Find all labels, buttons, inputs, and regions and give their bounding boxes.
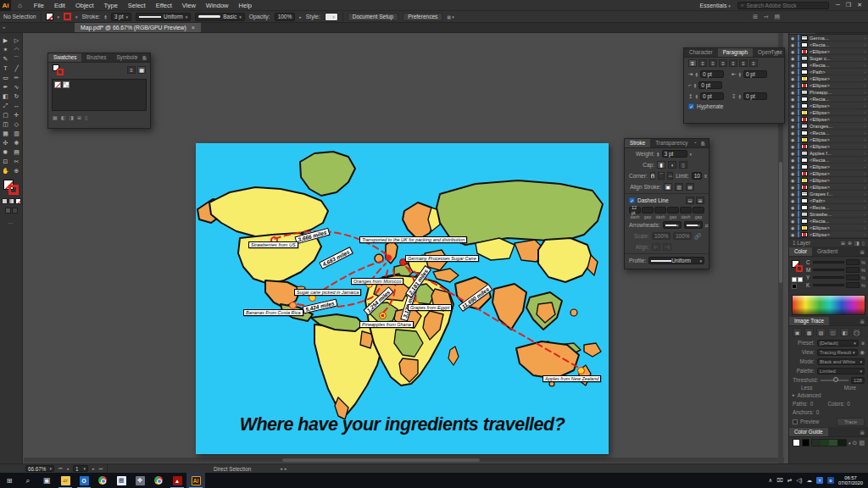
menu-item[interactable]: Window: [201, 2, 234, 9]
tool-button[interactable]: ❋: [12, 138, 22, 147]
preferences-button[interactable]: Preferences: [403, 13, 442, 21]
visibility-eye-icon[interactable]: ◉: [791, 205, 796, 210]
panel-collapse-icon[interactable]: ▪ ✕: [695, 140, 706, 145]
target-circle-icon[interactable]: ◦: [864, 205, 868, 210]
space-after-field[interactable]: 0 pt: [743, 92, 767, 100]
workspace-switcher[interactable]: Essentials ▾: [700, 3, 731, 8]
tool-button[interactable]: T: [1, 64, 11, 73]
visibility-eye-icon[interactable]: ◉: [791, 42, 796, 47]
visibility-eye-icon[interactable]: ◉: [791, 76, 796, 81]
visibility-eye-icon[interactable]: ◉: [791, 178, 796, 183]
visibility-eye-icon[interactable]: ◉: [791, 69, 796, 75]
status-expand-icon[interactable]: ▸ ◂: [281, 466, 286, 471]
tool-button[interactable]: ▶: [1, 36, 11, 45]
menu-item[interactable]: Object: [70, 2, 99, 9]
stroke-proxy[interactable]: [796, 265, 803, 272]
advanced-expander-icon[interactable]: ▸: [793, 392, 795, 397]
start-button[interactable]: ⊞: [0, 473, 19, 488]
dash-field-3[interactable]: [680, 207, 692, 214]
tool-button[interactable]: ◫: [1, 119, 11, 129]
layer-row[interactable]: ◉ <Recta... ◦: [789, 157, 868, 164]
visibility-eye-icon[interactable]: ◉: [791, 219, 796, 224]
target-circle-icon[interactable]: ◦: [864, 63, 868, 68]
layer-row[interactable]: ◉ <Path> ◦: [789, 197, 868, 204]
tray-expand-icon[interactable]: ∧: [769, 477, 773, 484]
style-dropdown[interactable]: ▾: [325, 13, 338, 21]
edit-toolbar-button[interactable]: …: [8, 219, 14, 225]
ingredient-label[interactable]: Germany Processes Sugar Cane: [405, 255, 479, 262]
channel-value-field[interactable]: [846, 274, 860, 280]
tool-button[interactable]: ▷: [12, 36, 22, 45]
justify-left-button[interactable]: ≡: [719, 59, 727, 67]
gap-field-3[interactable]: [693, 207, 704, 214]
dash-field-1[interactable]: 12 pt: [629, 207, 641, 214]
target-circle-icon[interactable]: ◦: [864, 103, 868, 108]
tab-character[interactable]: Character: [684, 48, 718, 57]
mask-icon[interactable]: ◨: [854, 240, 860, 246]
visibility-eye-icon[interactable]: ◉: [791, 124, 796, 129]
tool-button[interactable]: ▦: [1, 129, 11, 138]
target-circle-icon[interactable]: ◦: [864, 124, 868, 129]
visibility-eye-icon[interactable]: ◉: [791, 36, 796, 41]
layer-row[interactable]: ◉ <Ellipse> ◦: [789, 231, 868, 238]
visibility-eye-icon[interactable]: ◉: [791, 191, 796, 197]
layer-row[interactable]: ◉ Apples f... ◦: [789, 150, 868, 157]
palette-dropdown[interactable]: Limited▾: [817, 368, 865, 374]
layer-row[interactable]: ◉ <Recta... ◦: [789, 204, 868, 211]
stroke-weight-field[interactable]: 3 pt▾: [111, 13, 131, 21]
channel-slider[interactable]: [813, 276, 844, 279]
low-color-icon[interactable]: ▨: [816, 328, 826, 336]
tool-button[interactable]: ◠: [12, 45, 22, 54]
layer-row[interactable]: ◉ <Recta... ◦: [789, 130, 868, 136]
swatch-footer-icon[interactable]: ▯: [85, 114, 87, 120]
visibility-eye-icon[interactable]: ◉: [791, 151, 796, 156]
arrow-align-tip-button[interactable]: ⊢: [652, 243, 660, 251]
swap-arrowheads-icon[interactable]: ⇄: [705, 223, 709, 228]
layer-row[interactable]: ◉ Pineapp... ◦: [789, 89, 868, 96]
tab-stroke[interactable]: Stroke: [625, 139, 650, 147]
document-setup-button[interactable]: Document Setup: [348, 13, 398, 21]
registration-swatch[interactable]: [63, 81, 70, 88]
last-artboard-icon[interactable]: ⏭: [99, 466, 103, 472]
target-circle-icon[interactable]: ◦: [864, 117, 868, 122]
channel-value-field[interactable]: [846, 282, 860, 288]
tab-transparency[interactable]: Transparency: [650, 139, 693, 147]
black-white-icon[interactable]: ◧: [840, 328, 849, 336]
visibility-eye-icon[interactable]: ◉: [791, 97, 796, 102]
ingredient-label[interactable]: Oranges from Morocco: [351, 278, 403, 285]
swatch-footer-icon[interactable]: ⊞: [77, 114, 81, 120]
panel-collapse-icon[interactable]: ▪ ✕: [771, 49, 782, 54]
tool-button[interactable]: ∿: [12, 82, 22, 92]
layer-row[interactable]: ◉ <Ellipse> ◦: [789, 48, 868, 55]
visibility-eye-icon[interactable]: ◉: [791, 225, 796, 230]
variable-width-dropdown[interactable]: Uniform▾: [136, 13, 191, 21]
target-circle-icon[interactable]: ◦: [864, 110, 868, 115]
color-mode-button[interactable]: [2, 198, 8, 204]
tool-button[interactable]: ⌒: [12, 54, 22, 64]
ingredient-label[interactable]: Pineapples from Ghana: [359, 321, 414, 328]
preserve-dash-button[interactable]: ⊟: [686, 197, 694, 204]
none-mode-button[interactable]: [15, 198, 21, 204]
current-color-swatch[interactable]: [802, 439, 810, 446]
align-center-button[interactable]: ≡: [698, 59, 707, 67]
target-circle-icon[interactable]: ◦: [864, 198, 868, 203]
layer-row[interactable]: ◉ Germa... ◦: [789, 35, 868, 42]
tool-button[interactable]: ✶: [1, 45, 11, 54]
menu-item[interactable]: Effect: [151, 2, 177, 9]
tool-button[interactable]: ⊕: [12, 166, 22, 175]
limit-field[interactable]: 10: [692, 172, 702, 180]
trace-button[interactable]: Trace: [837, 418, 865, 426]
arrowhead-end-dropdown[interactable]: ▾: [684, 221, 703, 229]
white-swatch[interactable]: [792, 277, 797, 282]
align-center-stroke-button[interactable]: ▣: [664, 183, 672, 191]
ingredient-label[interactable]: Apples from New Zealand: [542, 375, 601, 382]
butt-cap-button[interactable]: ▮: [657, 161, 665, 169]
align-dash-button[interactable]: ⊞: [696, 197, 704, 204]
artboard-nav-field[interactable]: 1▾: [73, 465, 88, 472]
preview-checkbox[interactable]: [793, 419, 798, 424]
draw-behind-button[interactable]: [12, 208, 18, 214]
layer-row[interactable]: ◉ Sugar c... ◦: [789, 55, 868, 62]
target-circle-icon[interactable]: ◦: [864, 76, 868, 81]
arrange-icon[interactable]: ▦ ▾: [447, 14, 454, 19]
target-circle-icon[interactable]: ◦: [864, 36, 868, 41]
